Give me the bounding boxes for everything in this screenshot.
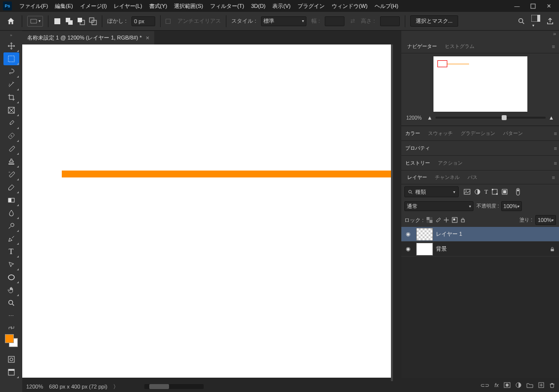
menu-filter[interactable]: フィルター(T) <box>207 1 248 11</box>
tab-navigator[interactable]: ナビゲーター <box>403 40 441 53</box>
layer-name[interactable]: 背景 <box>436 245 547 253</box>
menu-select[interactable]: 選択範囲(S) <box>171 1 207 11</box>
tab-properties[interactable]: プロパティ <box>401 142 434 155</box>
new-layer-icon[interactable] <box>538 382 544 388</box>
minimize-button[interactable]: — <box>512 1 522 10</box>
status-zoom[interactable]: 1200% <box>26 384 43 390</box>
filter-pixel-icon[interactable] <box>464 189 471 195</box>
scrollbar-thumb[interactable] <box>149 384 169 389</box>
tab-gradients[interactable]: グラデーション <box>457 127 499 140</box>
tab-channels[interactable]: チャンネル <box>431 171 464 184</box>
navigator-viewbox[interactable] <box>437 60 447 67</box>
layer-lock-icon[interactable] <box>550 246 555 252</box>
color-chips[interactable] <box>5 334 18 347</box>
stamp-tool[interactable] <box>3 155 19 168</box>
pen-tool[interactable] <box>3 232 19 245</box>
feather-input[interactable] <box>131 16 155 26</box>
zoom-slider-thumb[interactable] <box>502 115 507 120</box>
magic-wand-tool[interactable] <box>3 78 19 91</box>
tab-paths[interactable]: パス <box>464 171 481 184</box>
filter-adjust-icon[interactable] <box>474 189 480 195</box>
fg-color-chip[interactable] <box>5 334 14 343</box>
menu-layer[interactable]: レイヤー(L) <box>110 1 145 11</box>
lasso-tool[interactable] <box>3 65 19 78</box>
layer-fx-icon[interactable]: fx <box>494 382 499 388</box>
layer-row[interactable]: ◉ 背景 <box>401 242 559 257</box>
selection-intersect-icon[interactable] <box>89 17 97 25</box>
layer-thumbnail[interactable] <box>416 243 433 256</box>
navigator-preview[interactable] <box>433 56 527 112</box>
blur-tool[interactable] <box>3 207 19 219</box>
screenmode-icon[interactable] <box>3 366 19 379</box>
layer-row[interactable]: ◉ レイヤー 1 <box>401 227 559 242</box>
selection-add-icon[interactable] <box>65 17 73 25</box>
tab-history[interactable]: ヒストリー <box>401 157 434 170</box>
lock-artboard-icon[interactable] <box>452 217 458 223</box>
lock-position-icon[interactable] <box>443 217 449 223</box>
panel-menu-icon[interactable]: ≡ <box>550 42 557 51</box>
tool-preset-picker[interactable]: ▾ <box>27 16 43 27</box>
selection-subtract-icon[interactable] <box>77 17 85 25</box>
canvas-viewport[interactable] <box>22 44 401 381</box>
healing-tool[interactable] <box>3 130 19 142</box>
layer-mask-icon[interactable] <box>504 382 511 388</box>
brush-tool[interactable] <box>3 142 19 155</box>
layer-visibility-icon[interactable]: ◉ <box>403 246 413 252</box>
workspace-icon[interactable]: ▾ <box>531 15 540 28</box>
menu-image[interactable]: イメージ(I) <box>77 1 110 11</box>
navigator-zoom-in-icon[interactable]: ▲ <box>549 115 554 121</box>
share-icon[interactable] <box>546 17 554 25</box>
quickmask-icon[interactable] <box>3 353 19 366</box>
tab-close-icon[interactable]: × <box>146 34 150 42</box>
panel-menu-icon[interactable]: ≡ <box>552 158 559 168</box>
eyedropper-tool[interactable] <box>3 117 19 130</box>
tools-expand-icon[interactable]: » <box>0 31 22 40</box>
panels-collapse-icon[interactable]: » <box>401 31 559 40</box>
crop-tool[interactable] <box>3 91 19 104</box>
lock-all-icon[interactable] <box>460 217 466 223</box>
menu-view[interactable]: 表示(V) <box>269 1 294 11</box>
panel-menu-icon[interactable]: ≡ <box>550 173 557 182</box>
type-tool[interactable]: T <box>3 245 19 258</box>
close-button[interactable]: ✕ <box>543 1 554 10</box>
select-and-mask-button[interactable]: 選択とマスク... <box>410 15 458 27</box>
blend-mode-select[interactable]: 通常▾ <box>404 201 473 211</box>
style-select[interactable]: 標準▾ <box>261 16 306 26</box>
panel-menu-icon[interactable]: ≡ <box>552 143 559 153</box>
fill-input[interactable]: 100%▾ <box>535 215 556 225</box>
layer-group-icon[interactable] <box>526 382 533 388</box>
menu-edit[interactable]: 編集(E) <box>51 1 77 11</box>
lock-pixels-icon[interactable] <box>435 217 441 223</box>
status-menu-icon[interactable]: 〉 <box>113 383 119 391</box>
filter-type-icon[interactable]: T <box>484 188 488 196</box>
zoom-tool[interactable] <box>3 297 19 309</box>
document-tab[interactable]: 名称未設定 1 @ 1200% (レイヤー 1, RGB/8#) * × <box>22 31 154 44</box>
menu-type[interactable]: 書式(Y) <box>146 1 171 11</box>
menu-file[interactable]: ファイル(F) <box>16 1 51 11</box>
filter-smart-icon[interactable] <box>502 189 508 195</box>
layer-visibility-icon[interactable]: ◉ <box>403 231 413 237</box>
menu-plugin[interactable]: プラグイン <box>294 1 328 11</box>
menu-3d[interactable]: 3D(D) <box>248 1 269 10</box>
path-select-tool[interactable] <box>3 258 19 271</box>
tab-patterns[interactable]: パターン <box>499 127 527 140</box>
eraser-tool[interactable] <box>3 181 19 194</box>
layer-name[interactable]: レイヤー 1 <box>436 230 557 238</box>
tab-layers[interactable]: レイヤー <box>403 171 431 184</box>
horizontal-scrollbar[interactable] <box>144 384 204 389</box>
tab-swatches[interactable]: スウォッチ <box>424 127 457 140</box>
filter-shape-icon[interactable] <box>492 189 498 195</box>
gradient-tool[interactable] <box>3 194 19 207</box>
opacity-input[interactable]: 100%▾ <box>501 201 522 211</box>
delete-layer-icon[interactable] <box>549 382 555 389</box>
hand-tool[interactable] <box>3 284 19 297</box>
home-button[interactable] <box>5 15 17 27</box>
lock-transparent-icon[interactable] <box>427 217 432 223</box>
navigator-zoom-value[interactable]: 1200% <box>406 115 424 121</box>
link-layers-icon[interactable]: ⊂⊃ <box>480 382 489 389</box>
extra-tools-icon[interactable]: ⋯ <box>3 309 19 322</box>
canvas[interactable] <box>22 44 391 378</box>
tab-color[interactable]: カラー <box>401 127 424 140</box>
selection-new-icon[interactable] <box>53 17 61 25</box>
layer-thumbnail[interactable] <box>416 228 433 241</box>
